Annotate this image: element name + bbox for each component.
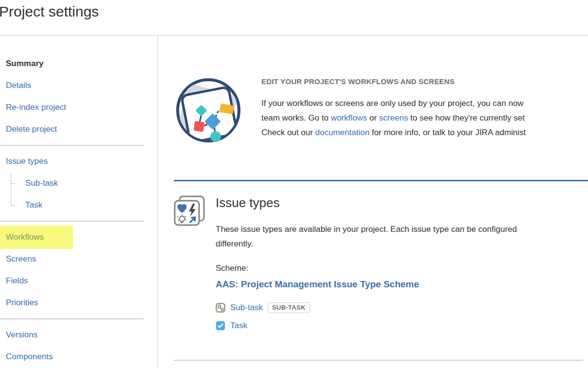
sidebar-divider: [0, 145, 144, 146]
subtask-link[interactable]: Sub-task: [230, 303, 263, 313]
issue-types-description: These issue types are available in your …: [216, 222, 543, 251]
banner-text: team works. Go to: [261, 113, 331, 123]
task-checkbox-icon: [216, 321, 225, 331]
page-header: Project settings: [0, 0, 588, 35]
issue-types-section: Issue types These issue types are availa…: [174, 195, 588, 341]
workflow-folder-icon: [174, 76, 243, 144]
issue-type-row-subtask: Sub-task SUB-TASK: [216, 302, 588, 313]
sidebar-item-components[interactable]: Components: [6, 352, 158, 362]
issue-type-row-task: Task: [216, 321, 588, 331]
sidebar-item-fields[interactable]: Fields: [6, 276, 158, 286]
banner-text: Check out our: [261, 128, 315, 137]
sidebar-item-summary[interactable]: Summary: [6, 59, 158, 69]
sidebar-divider: [0, 318, 144, 319]
task-link[interactable]: Task: [230, 321, 247, 331]
subtask-icon: [216, 303, 225, 313]
sidebar-item-priorities[interactable]: Priorities: [6, 298, 158, 308]
section-divider-gray: [174, 360, 583, 361]
sidebar-item-details[interactable]: Details: [6, 81, 158, 90]
issue-types-tree: Sub-task Task: [6, 178, 158, 210]
sidebar-item-issue-types[interactable]: Issue types: [6, 157, 158, 166]
banner-text: for more info, or talk to your JIRA admi…: [369, 128, 526, 137]
scheme-link[interactable]: AAS: Project Management Issue Type Schem…: [216, 279, 419, 290]
banner-paragraph-line1: If your workflows or screens are only us…: [261, 96, 526, 111]
sidebar-item-reindex-project[interactable]: Re-index project: [6, 103, 158, 112]
sidebar-item-sub-task[interactable]: Sub-task: [6, 178, 158, 188]
issue-types-icon: [174, 195, 206, 227]
screens-link[interactable]: screens: [379, 113, 408, 123]
documentation-link[interactable]: documentation: [315, 128, 370, 137]
main-content: EDIT YOUR PROJECT'S WORKFLOWS AND SCREEN…: [158, 35, 588, 368]
sidebar-item-task[interactable]: Task: [6, 200, 158, 210]
banner-text: to see how they're currently set: [408, 113, 524, 123]
subtask-badge: SUB-TASK: [268, 302, 310, 313]
sidebar-item-delete-project[interactable]: Delete project: [6, 124, 158, 134]
page-title: Project settings: [0, 2, 588, 21]
banner-paragraph-line3: Check out our documentation for more inf…: [261, 125, 526, 140]
workflows-screens-banner: EDIT YOUR PROJECT'S WORKFLOWS AND SCREEN…: [174, 75, 588, 144]
section-divider-blue: [174, 180, 588, 181]
issue-types-title: Issue types: [216, 195, 588, 210]
banner-heading: EDIT YOUR PROJECT'S WORKFLOWS AND SCREEN…: [261, 77, 526, 86]
sidebar-divider: [0, 221, 144, 222]
sidebar-item-workflows[interactable]: Workflows: [0, 226, 73, 249]
banner-text: or: [367, 113, 379, 123]
banner-paragraph-line2: team works. Go to workflows or screens t…: [261, 111, 526, 125]
scheme-label: Scheme:: [216, 263, 588, 273]
sidebar-item-versions[interactable]: Versions: [6, 330, 158, 340]
project-settings-sidebar: Summary Details Re-index project Delete …: [0, 35, 158, 368]
workflows-link[interactable]: workflows: [331, 113, 368, 123]
banner-text: If your workflows or screens are only us…: [261, 99, 524, 108]
sidebar-item-screens[interactable]: Screens: [6, 254, 158, 264]
